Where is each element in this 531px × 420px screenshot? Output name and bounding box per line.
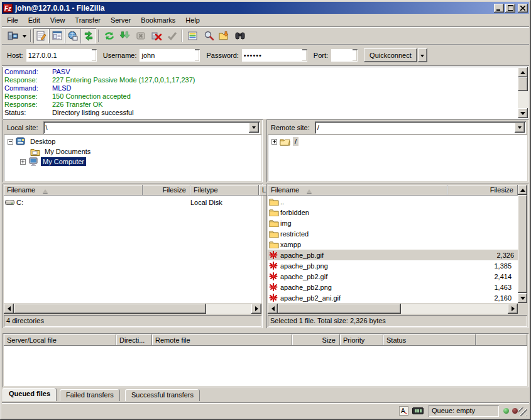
- remote-file-row-selected[interactable]: apache_pb.gif 2,326: [268, 250, 518, 260]
- log-scrollbar[interactable]: [518, 67, 528, 118]
- scroll-thumb[interactable]: [518, 77, 528, 91]
- expand-icon[interactable]: [20, 159, 26, 165]
- tab-successful-transfers[interactable]: Successful transfers: [125, 389, 200, 401]
- scroll-right-icon[interactable]: [251, 304, 261, 314]
- queue-toggle-icon[interactable]: [80, 28, 96, 43]
- remote-file-row[interactable]: apache_pb.png 1,385: [269, 260, 517, 271]
- remote-site-combo[interactable]: /: [315, 121, 526, 134]
- quickconnect-dropdown-icon[interactable]: [418, 48, 427, 62]
- synchronized-browsing-icon[interactable]: [232, 28, 248, 43]
- tab-queued-files[interactable]: Queued files: [3, 388, 57, 401]
- tree-item-root[interactable]: /: [271, 136, 298, 146]
- local-hscrollbar[interactable]: [4, 304, 261, 314]
- password-input[interactable]: [242, 49, 302, 62]
- combo-dropdown-icon[interactable]: [249, 123, 259, 133]
- documents-folder-icon: [30, 148, 40, 156]
- remote-file-row[interactable]: img: [269, 218, 517, 228]
- cancel-icon[interactable]: [133, 28, 148, 43]
- minimize-button[interactable]: [494, 4, 504, 13]
- scroll-thumb[interactable]: [14, 304, 206, 314]
- remote-file-row[interactable]: apache_pb2_ani.gif 2,160: [269, 292, 517, 303]
- column-header-direction[interactable]: Directi...: [116, 334, 152, 346]
- column-header-priority[interactable]: Priority: [340, 334, 383, 346]
- column-header-remote-file[interactable]: Remote file: [152, 334, 292, 346]
- site-manager-icon[interactable]: [4, 28, 20, 43]
- remote-vscrollbar[interactable]: [518, 185, 527, 303]
- menu-bookmarks[interactable]: Bookmarks: [136, 15, 180, 25]
- close-button[interactable]: [518, 4, 528, 13]
- tree-item-desktop[interactable]: Desktop: [8, 136, 57, 146]
- column-header-filesize[interactable]: Filesize: [447, 185, 518, 196]
- transfer-queue-pane: Server/Local file Directi... Remote file…: [3, 333, 528, 387]
- log-text: MLSD: [52, 84, 72, 92]
- compare-directories-icon[interactable]: [216, 28, 232, 43]
- column-header-filetype[interactable]: Filetype: [190, 185, 259, 196]
- resize-grip[interactable]: [518, 407, 527, 416]
- ascii-transfer-type-icon[interactable]: A: [399, 406, 408, 416]
- process-queue-icon[interactable]: [117, 28, 133, 43]
- window-title: john@127.0.0.1 - FileZilla: [15, 4, 493, 13]
- menu-transfer[interactable]: Transfer: [70, 15, 106, 25]
- tab-failed-transfers[interactable]: Failed transfers: [60, 389, 120, 401]
- remote-hscrollbar[interactable]: [268, 304, 518, 314]
- local-site-combo[interactable]: \: [43, 121, 260, 134]
- column-header-server-local-file[interactable]: Server/Local file: [4, 334, 116, 346]
- scroll-up-icon[interactable]: [518, 185, 527, 195]
- tree-item-my-computer[interactable]: My Computer: [20, 157, 86, 167]
- tree-item-label: /: [293, 137, 298, 146]
- scroll-thumb[interactable]: [278, 304, 401, 314]
- file-size: 2,326: [476, 251, 514, 259]
- apache-feather-icon: [269, 251, 278, 259]
- status-bar: A Queue: empty: [2, 402, 529, 418]
- port-input[interactable]: [331, 49, 353, 62]
- check-icon[interactable]: [164, 28, 180, 43]
- expand-icon[interactable]: [271, 139, 277, 145]
- remote-file-row[interactable]: xampp: [269, 239, 517, 250]
- column-header-empty: [476, 334, 527, 346]
- username-input[interactable]: [140, 49, 195, 62]
- menu-file[interactable]: File: [2, 15, 23, 25]
- local-tree: Desktop My Documents My Computer: [4, 135, 261, 181]
- site-manager-dropdown-icon[interactable]: [20, 28, 28, 43]
- menu-help[interactable]: Help: [180, 15, 205, 25]
- tree-item-my-documents[interactable]: My Documents: [30, 146, 92, 157]
- menu-edit[interactable]: Edit: [23, 15, 45, 25]
- column-header-filename[interactable]: Filename: [268, 185, 447, 196]
- scroll-left-icon[interactable]: [268, 304, 278, 314]
- scroll-up-icon[interactable]: [518, 67, 528, 77]
- menu-server[interactable]: Server: [106, 15, 136, 25]
- scroll-thumb[interactable]: [518, 195, 527, 293]
- indicator-badge-icon[interactable]: [412, 407, 424, 414]
- combo-dropdown-icon[interactable]: [515, 123, 525, 133]
- menu-view[interactable]: View: [45, 15, 70, 25]
- title-bar[interactable]: Fz john@127.0.0.1 - FileZilla: [2, 2, 529, 14]
- message-log-toggle-icon[interactable]: [33, 28, 49, 43]
- remote-tree-toggle-icon[interactable]: [65, 28, 80, 43]
- local-file-row[interactable]: C: Local Disk: [5, 197, 260, 207]
- column-header-size[interactable]: Size: [292, 334, 340, 346]
- column-header-filename[interactable]: Filename: [4, 185, 143, 196]
- remote-file-row[interactable]: forbidden: [269, 207, 517, 218]
- password-label: Password:: [206, 52, 238, 59]
- maximize-button[interactable]: [505, 4, 515, 13]
- quickconnect-bar: Host: Username: Password: Port: Quickcon…: [2, 45, 529, 66]
- quickconnect-button[interactable]: Quickconnect: [364, 48, 417, 62]
- scroll-left-icon[interactable]: [4, 304, 14, 314]
- column-header-filesize[interactable]: Filesize: [143, 185, 190, 196]
- refresh-icon[interactable]: [101, 28, 117, 43]
- scroll-down-icon[interactable]: [518, 293, 527, 303]
- local-tree-toggle-icon[interactable]: [49, 28, 65, 43]
- column-header-status[interactable]: Status: [383, 334, 476, 346]
- collapse-icon[interactable]: [8, 139, 13, 145]
- search-icon[interactable]: [200, 28, 216, 43]
- remote-file-row[interactable]: restricted: [269, 228, 517, 239]
- remote-file-row[interactable]: ..: [269, 196, 517, 207]
- computer-icon: [28, 157, 38, 166]
- scroll-down-icon[interactable]: [518, 108, 528, 118]
- disconnect-icon[interactable]: [148, 28, 164, 43]
- scroll-right-icon[interactable]: [508, 304, 518, 314]
- remote-file-row[interactable]: apache_pb2.gif 2,414: [269, 271, 517, 282]
- filter-icon[interactable]: [185, 28, 200, 43]
- host-input[interactable]: [26, 49, 92, 62]
- remote-file-row[interactable]: apache_pb2.png 1,463: [269, 282, 517, 292]
